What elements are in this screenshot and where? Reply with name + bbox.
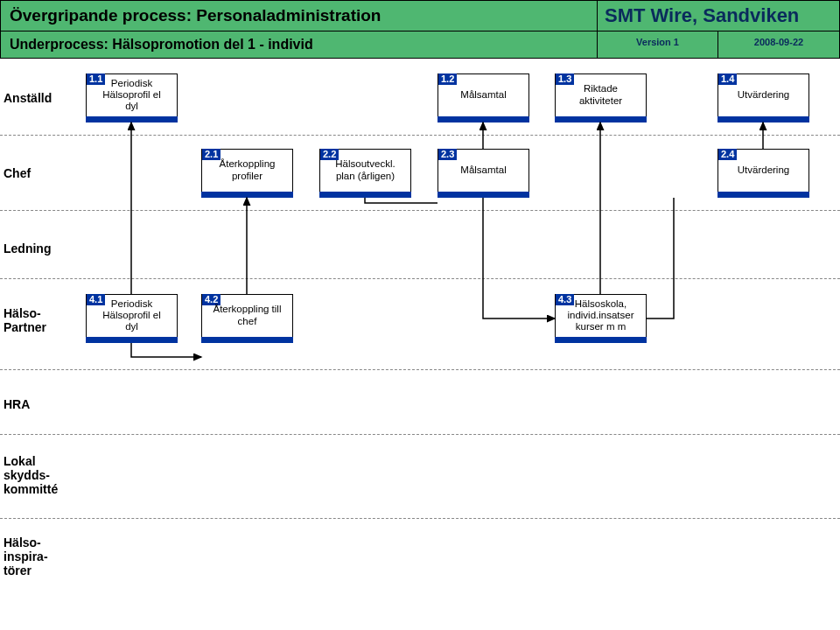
box-bar [438, 116, 529, 122]
lane-divider [0, 210, 840, 211]
lane-inspiratorer: Hälso- inspira- törer [4, 536, 48, 578]
process-box-2-3: 2.3 Målsamtal [438, 149, 529, 198]
process-box-2-4: 2.4 Utvärdering [718, 149, 809, 198]
box-text: Utvärdering [718, 75, 808, 115]
box-text: Riktade aktiviteter [556, 75, 646, 115]
lane-hra: HRA [4, 397, 30, 411]
box-text: Periodisk Hälsoprofil el dyl [87, 296, 177, 335]
process-box-1-1: 1.1 Periodisk Hälsoprofil el dyl [86, 74, 178, 122]
box-bar [555, 116, 647, 122]
lane-ledning: Ledning [4, 242, 51, 256]
header-row-2: Underprocess: Hälsopromotion del 1 - ind… [1, 31, 839, 58]
box-bar [438, 192, 529, 198]
box-text: Hälsoutveckl. plan (årligen) [320, 150, 410, 190]
box-text: Hälsoskola, individ.insatser kurser m m [556, 296, 646, 335]
box-text: Periodisk Hälsoprofil el dyl [87, 75, 177, 115]
process-box-4-3: 4.3 Hälsoskola, individ.insatser kurser … [555, 294, 647, 343]
box-bar [201, 337, 293, 343]
lane-chef: Chef [4, 166, 31, 180]
lane-divider [0, 369, 840, 370]
lane-divider [0, 135, 840, 136]
lane-divider [0, 278, 840, 279]
process-box-2-1: 2.1 Återkoppling profiler [201, 149, 293, 198]
company-name: SMT Wire, Sandviken [598, 1, 839, 31]
lane-skyddskommitte: Lokal skydds- kommitté [4, 454, 58, 496]
box-bar [86, 337, 178, 343]
box-bar [319, 192, 411, 198]
subprocess-title: Underprocess: Hälsopromotion del 1 - ind… [1, 32, 598, 58]
connector-layer [0, 63, 840, 630]
box-bar [86, 116, 178, 122]
box-text: Återkoppling profiler [202, 150, 292, 190]
process-box-2-2: 2.2 Hälsoutveckl. plan (årligen) [319, 149, 411, 198]
process-box-4-1: 4.1 Periodisk Hälsoprofil el dyl [86, 294, 178, 343]
process-box-1-3: 1.3 Riktade aktiviteter [555, 74, 647, 122]
process-box-1-2: 1.2 Målsamtal [438, 74, 529, 122]
process-title: Övergripande process: Personaladministra… [1, 1, 598, 31]
box-text: Återkoppling till chef [202, 296, 292, 335]
box-bar [718, 116, 809, 122]
process-box-4-2: 4.2 Återkoppling till chef [201, 294, 293, 343]
box-text: Målsamtal [438, 75, 528, 115]
lane-divider [0, 518, 840, 519]
box-bar [718, 192, 809, 198]
version-cell: Version 1 [598, 32, 718, 58]
box-bar [555, 337, 647, 343]
date-cell: 2008-09-22 [718, 32, 839, 58]
box-text: Målsamtal [438, 150, 528, 190]
lane-divider [0, 434, 840, 435]
header-row-1: Övergripande process: Personaladministra… [1, 1, 839, 31]
box-text: Utvärdering [718, 150, 808, 190]
header: Övergripande process: Personaladministra… [0, 0, 840, 59]
lane-anstalld: Anställd [4, 91, 52, 105]
lane-halsopartner: Hälso- Partner [4, 306, 46, 334]
box-bar [201, 192, 293, 198]
process-box-1-4: 1.4 Utvärdering [718, 74, 809, 122]
